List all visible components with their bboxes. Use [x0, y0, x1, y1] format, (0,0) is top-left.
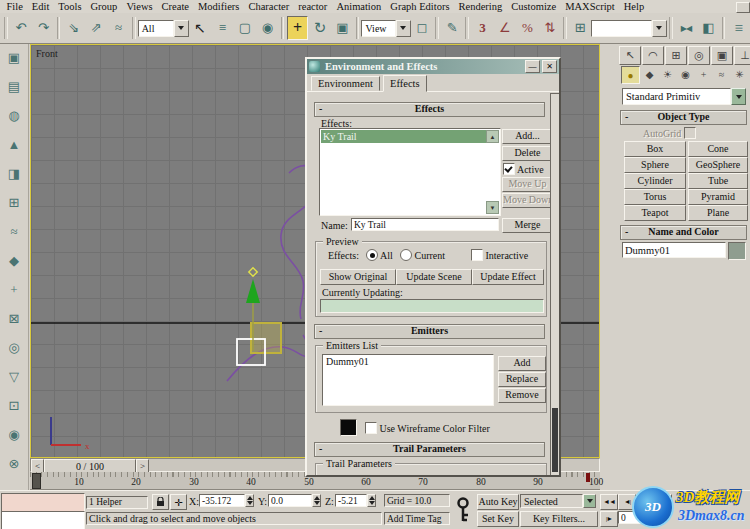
tube-button[interactable]: Tube: [688, 173, 748, 189]
dummy-helper-box[interactable]: [251, 323, 281, 353]
unlink-selection-icon[interactable]: ⇗: [86, 16, 106, 40]
go-to-end-button[interactable]: |►: [600, 511, 618, 527]
auto-key-button[interactable]: Auto Key: [477, 494, 519, 510]
absolute-offset-toggle-icon[interactable]: ✛: [170, 494, 187, 510]
tab-effects[interactable]: Effects: [383, 75, 427, 92]
chevron-down-icon[interactable]: [652, 20, 667, 37]
update-effect-button[interactable]: Update Effect: [472, 269, 544, 285]
category-lights-icon[interactable]: ☀: [659, 66, 676, 82]
keyframe-marker[interactable]: [586, 473, 590, 482]
update-scene-button[interactable]: Update Scene: [396, 269, 472, 285]
selection-lock-icon[interactable]: [152, 494, 169, 510]
geosphere-button[interactable]: GeoSphere: [688, 157, 748, 173]
active-checkbox[interactable]: [503, 163, 515, 175]
select-and-scale-icon[interactable]: ▣: [332, 16, 352, 40]
mini-listener-script[interactable]: [1, 511, 85, 529]
set-key-button[interactable]: Set Key: [477, 511, 519, 527]
add-time-tag[interactable]: Add Time Tag: [384, 512, 450, 525]
menu-animation[interactable]: Animation: [332, 1, 386, 12]
key-filters-button[interactable]: Key Filters...: [520, 511, 598, 527]
coord-x-field[interactable]: -35.172: [199, 494, 245, 507]
chevron-down-icon[interactable]: [174, 20, 189, 37]
bind-to-space-warp-icon[interactable]: ≈: [108, 16, 128, 40]
coord-x-spinner[interactable]: [245, 494, 254, 507]
torus-button[interactable]: Torus: [624, 189, 686, 205]
angle-snap-icon[interactable]: ∠: [495, 16, 515, 40]
track-bar-frame-caret[interactable]: [32, 473, 41, 489]
reactor-tool-icon[interactable]: ◨: [3, 163, 25, 185]
menu-group[interactable]: Group: [86, 1, 122, 12]
category-helpers-icon[interactable]: +: [695, 66, 712, 82]
reactor-tool-icon[interactable]: ◍: [3, 105, 25, 127]
gizmo-y-arrow[interactable]: [246, 279, 260, 303]
menu-graph-editors[interactable]: Graph Editors: [386, 1, 454, 12]
scroll-up-icon[interactable]: ▲: [486, 130, 499, 143]
emitter-list-item[interactable]: Dummy01: [323, 355, 493, 368]
coord-z-field[interactable]: -5.21: [335, 494, 367, 507]
time-slider-next-arrow[interactable]: >: [136, 459, 149, 473]
dialog-scrollbar-thumb[interactable]: [552, 408, 558, 472]
percent-snap-icon[interactable]: %: [517, 16, 537, 40]
menu-character[interactable]: Character: [244, 1, 294, 12]
category-cameras-icon[interactable]: ◉: [677, 66, 694, 82]
tab-display[interactable]: ▣: [711, 46, 733, 65]
time-slider-handle[interactable]: 0 / 100: [44, 459, 136, 473]
cylinder-button[interactable]: Cylinder: [624, 173, 686, 189]
reactor-tool-icon[interactable]: ⊗: [3, 453, 25, 475]
select-by-name-icon[interactable]: ≡: [212, 16, 232, 40]
menu-tools[interactable]: Tools: [54, 1, 86, 12]
reactor-tool-icon[interactable]: ▣: [3, 47, 25, 69]
menu-file[interactable]: File: [2, 1, 27, 12]
redo-icon[interactable]: ↷: [33, 16, 53, 40]
tab-modify[interactable]: ◠: [642, 46, 664, 65]
undo-icon[interactable]: ↶: [11, 16, 31, 40]
selection-filter-dropdown[interactable]: All: [138, 20, 189, 37]
tab-hierarchy[interactable]: ⊞: [665, 46, 687, 65]
use-pivot-center-icon[interactable]: ◻: [412, 16, 432, 40]
chevron-down-icon[interactable]: [396, 20, 411, 37]
mini-listener-macro[interactable]: [1, 493, 85, 512]
radio-current[interactable]: Current: [400, 249, 445, 261]
primitive-category-dropdown[interactable]: Standard Primitiv: [622, 88, 746, 105]
select-and-link-icon[interactable]: ⇘: [63, 16, 83, 40]
menu-reactor[interactable]: reactor: [294, 1, 332, 12]
tab-create[interactable]: ↖: [619, 46, 641, 65]
layer-manager-icon[interactable]: ≡: [728, 16, 748, 40]
effect-name-field[interactable]: Ky Trail: [351, 218, 499, 231]
reactor-tool-icon[interactable]: ◆: [3, 250, 25, 272]
coord-z-spinner[interactable]: [367, 494, 376, 507]
align-icon[interactable]: ◧: [698, 16, 718, 40]
coord-y-spinner[interactable]: [312, 494, 321, 507]
replace-emitter-button[interactable]: Replace: [498, 372, 546, 387]
go-to-start-button[interactable]: ◄◄: [600, 494, 618, 510]
spinner-snap-icon[interactable]: ⇅: [540, 16, 560, 40]
dialog-scrollbar[interactable]: [550, 93, 561, 477]
merge-button[interactable]: Merge: [502, 218, 553, 233]
menu-rendering[interactable]: Rendering: [454, 1, 507, 12]
reactor-tool-icon[interactable]: ▤: [3, 76, 25, 98]
plane-button[interactable]: Plane: [688, 205, 748, 221]
category-systems-icon[interactable]: ✳: [731, 66, 748, 82]
reactor-tool-icon[interactable]: ≈: [3, 221, 25, 243]
reactor-tool-icon[interactable]: ▲: [3, 134, 25, 156]
rectangular-selection-region-icon[interactable]: ▢: [235, 16, 255, 40]
add-emitter-button[interactable]: Add: [498, 356, 546, 371]
menu-modifiers[interactable]: Modifiers: [193, 1, 243, 12]
chevron-down-icon[interactable]: [583, 494, 596, 508]
reactor-tool-icon[interactable]: ⊡: [3, 395, 25, 417]
cone-button[interactable]: Cone: [688, 141, 748, 157]
named-selection-dropdown[interactable]: [591, 20, 667, 37]
effects-list[interactable]: Ky Trail ▲ ▼: [319, 128, 501, 216]
snap-toggle-3d-icon[interactable]: 3: [472, 16, 492, 40]
menu-edit[interactable]: Edit: [27, 1, 54, 12]
dialog-title-bar[interactable]: Environment and Effects — ✕: [307, 59, 559, 74]
teapot-button[interactable]: Teapot: [624, 205, 686, 221]
object-color-swatch[interactable]: [728, 242, 746, 260]
menu-create[interactable]: Create: [157, 1, 193, 12]
reactor-tool-icon[interactable]: +: [3, 279, 25, 301]
object-name-field[interactable]: Dummy01: [622, 242, 726, 258]
sphere-button[interactable]: Sphere: [624, 157, 686, 173]
reactor-tool-icon[interactable]: ⊠: [3, 308, 25, 330]
category-shapes-icon[interactable]: ◆: [641, 66, 658, 82]
category-geometry-icon[interactable]: ●: [621, 66, 640, 84]
